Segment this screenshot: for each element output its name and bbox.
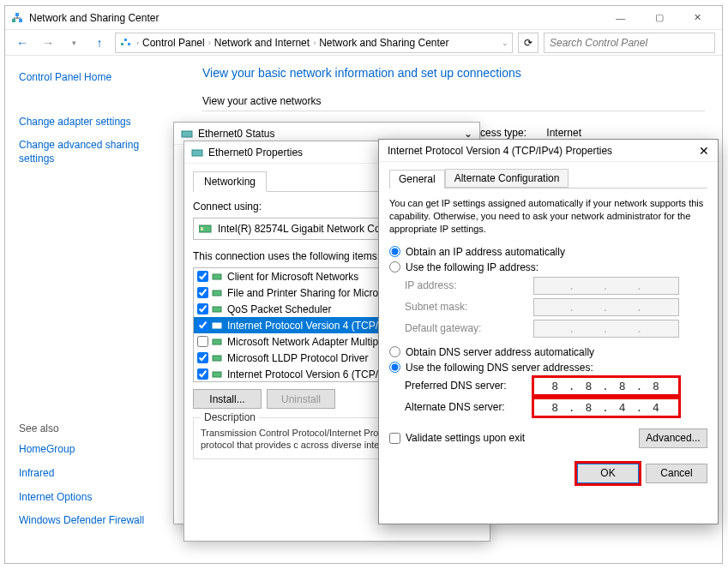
window-controls: — ▢ ✕: [601, 6, 717, 30]
adapter-name: Intel(R) 82574L Gigabit Network Conn: [218, 223, 392, 235]
forward-button[interactable]: →: [38, 33, 58, 53]
item-label: Internet Protocol Version 6 (TCP/IP: [227, 368, 388, 380]
dialog-title: Ethernet0 Properties: [208, 147, 303, 159]
breadcrumb-seg[interactable]: Network and Internet: [214, 37, 310, 49]
svg-rect-6: [182, 131, 192, 137]
info-text: You can get IP settings assigned automat…: [389, 197, 707, 236]
sidebar-advanced-sharing[interactable]: Change advanced sharing settings: [19, 139, 171, 165]
maximize-button[interactable]: ▢: [640, 6, 678, 30]
svg-rect-11: [213, 290, 221, 296]
back-button[interactable]: ←: [12, 33, 33, 53]
access-type-value: Internet: [546, 127, 581, 139]
cancel-button[interactable]: Cancel: [646, 464, 707, 483]
tab-alt-config[interactable]: Alternate Configuration: [445, 169, 569, 188]
radio-label: Obtain an IP address automatically: [406, 246, 565, 258]
ip-address-input: . . .: [533, 277, 679, 295]
svg-rect-3: [121, 43, 123, 45]
network-icon: [119, 36, 133, 50]
ip-manual-radio[interactable]: Use the following IP address:: [389, 261, 707, 273]
tab-general[interactable]: General: [389, 170, 445, 189]
item-label: Microsoft Network Adapter Multiple: [227, 336, 386, 348]
item-checkbox[interactable]: [197, 287, 208, 298]
tab-networking[interactable]: Networking: [193, 171, 267, 192]
search-field[interactable]: [550, 37, 709, 49]
sidebar-link-homegroup[interactable]: HomeGroup: [19, 443, 171, 457]
window-title: Network and Sharing Center: [29, 12, 601, 24]
svg-rect-10: [213, 274, 221, 279]
description-legend: Description: [201, 411, 259, 425]
close-icon[interactable]: ✕: [699, 144, 709, 158]
radio-ip-manual[interactable]: [389, 261, 400, 273]
minimize-button[interactable]: —: [601, 6, 640, 30]
sidebar-link-infrared[interactable]: Infrared: [19, 467, 171, 481]
sidebar: Control Panel Home Change adapter settin…: [5, 56, 185, 563]
sidebar-adapter-settings[interactable]: Change adapter settings: [19, 116, 171, 129]
item-label: Microsoft LLDP Protocol Driver: [227, 352, 369, 364]
subnet-label: Subnet mask:: [405, 301, 533, 313]
radio-dns-manual[interactable]: [389, 362, 400, 373]
adapter-icon: [191, 147, 203, 159]
uninstall-button: Uninstall: [267, 389, 335, 409]
item-checkbox[interactable]: [197, 368, 208, 380]
advanced-button[interactable]: Advanced...: [639, 428, 707, 448]
titlebar: Network and Sharing Center — ▢ ✕: [5, 6, 722, 30]
sidebar-link-internet-options[interactable]: Internet Options: [19, 491, 171, 505]
recent-dropdown[interactable]: ▾: [63, 33, 84, 53]
see-also-label: See also: [19, 422, 171, 434]
adapter-icon: [181, 128, 193, 140]
component-icon: [212, 288, 224, 298]
search-input[interactable]: [544, 33, 715, 53]
svg-rect-9: [201, 227, 203, 231]
ok-button[interactable]: OK: [577, 464, 639, 483]
close-button[interactable]: ✕: [678, 6, 717, 30]
item-label: Client for Microsoft Networks: [227, 271, 358, 283]
ipv4-properties-dialog: Internet Protocol Version 4 (TCP/IPv4) P…: [378, 139, 719, 524]
ip-auto-radio[interactable]: Obtain an IP address automatically: [389, 246, 707, 258]
close-icon[interactable]: ⌄: [464, 128, 472, 140]
svg-rect-4: [128, 43, 130, 45]
component-icon: [212, 272, 224, 282]
gateway-label: Default gateway:: [405, 322, 533, 334]
refresh-button[interactable]: ⟳: [518, 33, 538, 53]
up-button[interactable]: ↑: [89, 33, 110, 53]
sidebar-cp-home[interactable]: Control Panel Home: [19, 71, 171, 85]
gateway-input: . . .: [533, 320, 679, 338]
item-checkbox[interactable]: [197, 320, 208, 331]
svg-rect-1: [19, 19, 22, 22]
svg-rect-14: [213, 339, 221, 344]
dns-manual-radio[interactable]: Use the following DNS server addresses:: [389, 362, 707, 374]
svg-rect-13: [213, 323, 221, 328]
dialog-titlebar[interactable]: Internet Protocol Version 4 (TCP/IPv4) P…: [379, 140, 718, 162]
active-networks-label: View your active networks: [202, 95, 705, 107]
chevron-down-icon[interactable]: ⌄: [502, 39, 508, 47]
validate-label: Validate settings upon exit: [406, 432, 525, 444]
component-icon: [212, 369, 224, 380]
breadcrumb[interactable]: › Control Panel › Network and Internet ›…: [115, 33, 513, 53]
component-icon: [212, 353, 224, 363]
navbar: ← → ▾ ↑ › Control Panel › Network and In…: [5, 30, 722, 56]
sidebar-link-firewall[interactable]: Windows Defender Firewall: [19, 514, 171, 528]
component-icon: [212, 337, 224, 347]
item-checkbox[interactable]: [197, 336, 208, 347]
item-label: QoS Packet Scheduler: [227, 303, 331, 315]
svg-rect-7: [192, 150, 202, 156]
install-button[interactable]: Install...: [193, 389, 262, 409]
breadcrumb-seg[interactable]: Network and Sharing Center: [319, 37, 448, 49]
item-label: File and Printer Sharing for Microso: [227, 287, 389, 299]
dns-auto-radio[interactable]: Obtain DNS server address automatically: [389, 346, 707, 358]
page-heading: View your basic network information and …: [202, 66, 705, 80]
validate-checkbox[interactable]: [389, 433, 400, 444]
radio-ip-auto[interactable]: [389, 246, 400, 257]
svg-rect-2: [15, 13, 19, 16]
item-checkbox[interactable]: [197, 303, 208, 314]
chevron-right-icon: ›: [208, 39, 211, 47]
subnet-input: . . .: [533, 298, 679, 316]
breadcrumb-seg[interactable]: Control Panel: [142, 37, 205, 49]
pref-dns-input[interactable]: 8 . 8 . 8 . 8: [533, 377, 679, 395]
radio-label: Use the following IP address:: [406, 261, 538, 273]
component-icon: [212, 320, 224, 331]
alt-dns-input[interactable]: 8 . 8 . 4 . 4: [533, 398, 679, 416]
item-checkbox[interactable]: [197, 271, 208, 282]
radio-dns-auto[interactable]: [389, 346, 400, 357]
item-checkbox[interactable]: [197, 352, 208, 363]
